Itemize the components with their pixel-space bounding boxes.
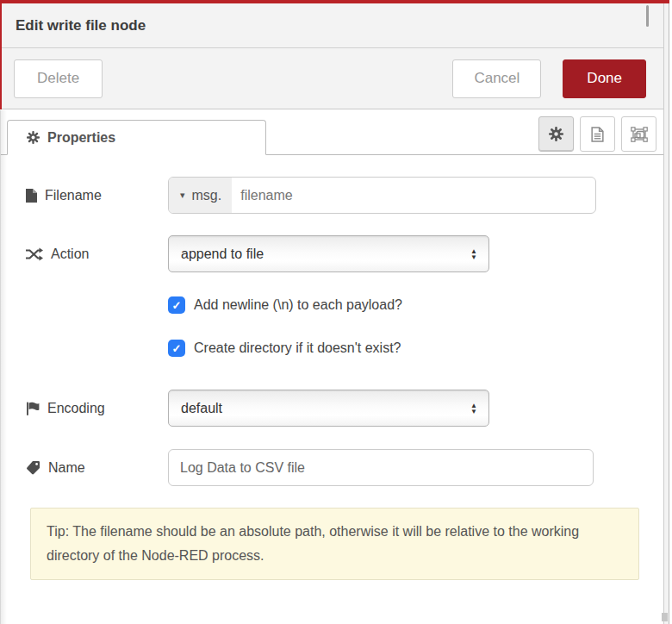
check-icon: ✓: [172, 342, 182, 355]
tray-toolbar: Delete Cancel Done: [0, 48, 663, 109]
add-newline-label: Add newline (\n) to each payload?: [194, 297, 402, 313]
shuffle-icon: [26, 247, 43, 261]
tab-label: Properties: [47, 130, 115, 146]
description-tab-button[interactable]: [580, 116, 615, 152]
appearance-tab-button[interactable]: [621, 116, 656, 152]
action-select-value: append to file: [181, 246, 264, 262]
name-label-group: Name: [26, 460, 168, 476]
tab-bar: Properties: [0, 109, 663, 155]
encoding-row: Encoding default ▲ ▼: [26, 390, 663, 427]
filename-input[interactable]: [232, 178, 595, 213]
scrollbar-thumb-bottom[interactable]: [662, 613, 668, 621]
tip-box: Tip: The filename should be an absolute …: [30, 508, 639, 580]
action-label-group: Action: [26, 246, 168, 262]
name-row: Name: [26, 449, 663, 486]
typedinput-type-label: msg.: [192, 188, 222, 203]
select-spinner-icon: ▲ ▼: [470, 402, 477, 415]
add-newline-checkbox[interactable]: ✓: [168, 296, 185, 314]
tray-header: Edit write file node: [0, 3, 663, 48]
file-icon: [26, 189, 37, 203]
name-label: Name: [48, 460, 85, 476]
name-input[interactable]: [168, 449, 594, 486]
node-properties-form: Filename ▾ msg.: [0, 155, 663, 580]
page-title: Edit write file node: [16, 17, 146, 34]
appearance-icon: [631, 127, 648, 142]
typedinput-type-button[interactable]: ▾ msg.: [169, 178, 232, 213]
create-directory-row: ✓ Create directory if it doesn't exist?: [168, 340, 663, 357]
tab-toolbar: [538, 116, 656, 152]
filename-typedinput: ▾ msg.: [168, 177, 596, 214]
filename-row: Filename ▾ msg.: [26, 177, 663, 214]
tab-properties[interactable]: Properties: [7, 120, 266, 155]
document-icon: [591, 127, 604, 142]
filename-label: Filename: [45, 188, 102, 203]
tag-icon: [26, 460, 40, 475]
gear-icon: [549, 127, 563, 141]
flag-icon: [26, 402, 40, 415]
properties-tab-button[interactable]: [538, 116, 574, 152]
tip-text: Tip: The filename should be an absolute …: [47, 524, 579, 563]
encoding-label-group: Encoding: [26, 401, 168, 416]
top-red-bar: [0, 0, 669, 3]
encoding-select-value: default: [181, 401, 222, 416]
scrollbar-thumb-top[interactable]: [646, 5, 649, 27]
action-select[interactable]: append to file ▲ ▼: [168, 235, 489, 272]
action-row: Action append to file ▲ ▼: [26, 235, 663, 272]
delete-button[interactable]: Delete: [14, 59, 103, 98]
encoding-select[interactable]: default ▲ ▼: [168, 390, 489, 427]
gear-icon: [27, 131, 40, 144]
create-directory-checkbox[interactable]: ✓: [168, 340, 185, 357]
action-label: Action: [51, 246, 89, 262]
check-icon: ✓: [172, 299, 182, 312]
right-panel-strip: [663, 3, 669, 624]
cancel-button[interactable]: Cancel: [452, 59, 541, 98]
filename-label-group: Filename: [26, 188, 168, 203]
left-red-accent: [0, 0, 2, 109]
add-newline-row: ✓ Add newline (\n) to each payload?: [168, 296, 663, 314]
done-button[interactable]: Done: [563, 59, 646, 98]
caret-down-icon: ▾: [180, 190, 185, 200]
edit-node-tray: Edit write file node Delete Cancel Done: [0, 3, 663, 624]
select-spinner-icon: ▲ ▼: [470, 248, 477, 260]
encoding-label: Encoding: [47, 401, 105, 416]
create-directory-label: Create directory if it doesn't exist?: [194, 340, 401, 356]
